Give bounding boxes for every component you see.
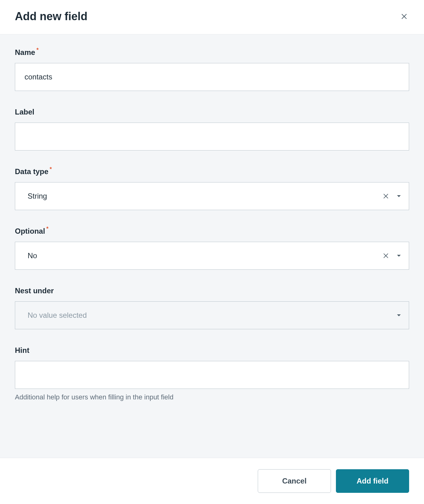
name-input[interactable]	[15, 63, 409, 91]
optional-select[interactable]: No	[15, 242, 409, 270]
nest-under-select[interactable]: No value selected	[15, 301, 409, 329]
hint-group: Hint Additional help for users when fill…	[15, 346, 409, 401]
data-type-select-icons	[382, 182, 402, 210]
caret-down-icon	[396, 253, 402, 259]
data-type-label: Data type*	[15, 167, 409, 176]
optional-dropdown-toggle[interactable]	[396, 253, 402, 259]
cancel-button[interactable]: Cancel	[258, 469, 331, 493]
data-type-dropdown-toggle[interactable]	[396, 193, 402, 199]
data-type-select[interactable]: String	[15, 182, 409, 210]
add-field-modal: Add new field Name* Label Data type*	[0, 0, 424, 504]
nest-under-group: Nest under No value selected	[15, 286, 409, 329]
caret-down-icon	[396, 313, 402, 318]
close-icon	[382, 252, 389, 259]
required-asterisk: *	[46, 226, 48, 232]
required-asterisk: *	[50, 166, 52, 172]
modal-header: Add new field	[0, 0, 424, 34]
optional-label: Optional*	[15, 227, 409, 236]
optional-group: Optional* No	[15, 227, 409, 270]
modal-title: Add new field	[15, 10, 87, 23]
optional-select-icons	[382, 242, 402, 270]
add-field-button[interactable]: Add field	[336, 469, 409, 493]
hint-help-text: Additional help for users when filling i…	[15, 393, 409, 401]
nest-under-label: Nest under	[15, 286, 409, 295]
data-type-clear-button[interactable]	[382, 193, 389, 200]
name-group: Name*	[15, 48, 409, 91]
modal-body: Name* Label Data type* String	[0, 34, 424, 458]
modal-footer: Cancel Add field	[0, 458, 424, 504]
optional-label-text: Optional	[15, 227, 45, 235]
data-type-select-wrap: String	[15, 182, 409, 210]
close-icon	[382, 193, 389, 200]
caret-down-icon	[396, 193, 402, 199]
data-type-label-text: Data type	[15, 167, 48, 176]
nest-under-dropdown-toggle[interactable]	[396, 313, 402, 318]
data-type-value: String	[28, 192, 47, 200]
label-input[interactable]	[15, 123, 409, 151]
nest-under-select-icons	[396, 301, 402, 329]
optional-select-wrap: No	[15, 242, 409, 270]
data-type-group: Data type* String	[15, 167, 409, 210]
hint-input[interactable]	[15, 361, 409, 389]
required-asterisk: *	[36, 47, 38, 53]
nest-under-placeholder: No value selected	[28, 311, 87, 320]
optional-clear-button[interactable]	[382, 252, 389, 259]
name-label-text: Name	[15, 48, 35, 56]
optional-value: No	[28, 251, 37, 260]
close-button[interactable]	[399, 11, 409, 21]
label-group: Label	[15, 108, 409, 151]
nest-under-select-wrap: No value selected	[15, 301, 409, 329]
close-icon	[400, 13, 408, 20]
hint-label: Hint	[15, 346, 409, 355]
label-label: Label	[15, 108, 409, 116]
name-label: Name*	[15, 48, 409, 57]
